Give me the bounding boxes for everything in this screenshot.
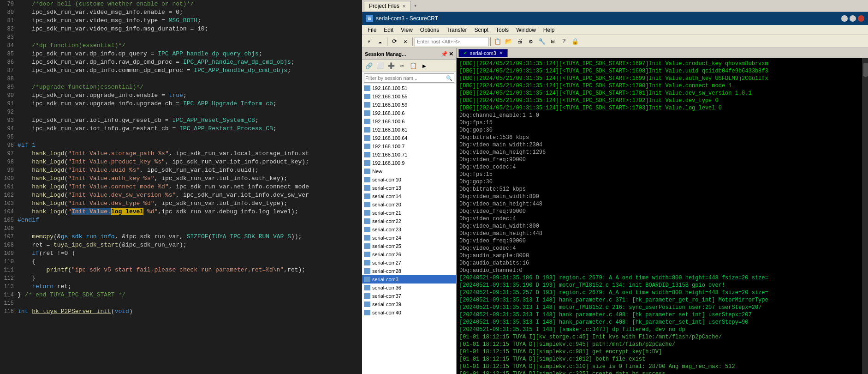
session-item[interactable]: 192.168.100.7 xyxy=(362,142,456,151)
code-line: 84 /*dp function(essential)*/ xyxy=(0,42,362,50)
line-text: if(ret !=0 ) xyxy=(18,249,75,258)
session-list[interactable]: 192.168.100.51192.168.100.55192.168.100.… xyxy=(362,84,456,374)
session-item[interactable]: serial-com14 xyxy=(362,192,456,200)
close-btn[interactable] xyxy=(858,15,864,22)
session-item[interactable]: serial-com25 xyxy=(362,242,456,250)
session-item[interactable]: serial-com24 xyxy=(362,234,456,242)
toolbar-btn-12[interactable]: 🔒 xyxy=(570,36,580,47)
session-btn-5[interactable]: 📋 xyxy=(408,61,418,71)
session-label: New xyxy=(372,169,382,174)
toolbar-btn-2[interactable]: ☁ xyxy=(375,36,385,47)
line-text: hank_logd("Init Value.connect_mode %d", … xyxy=(18,183,309,191)
menu-file[interactable]: File xyxy=(364,26,380,34)
terminal-tab-serial-com3[interactable]: ✔ serial-com3 ✕ xyxy=(458,49,508,57)
menu-help[interactable]: Help xyxy=(540,26,559,34)
session-item[interactable]: 192.168.100.71 xyxy=(362,151,456,159)
tab-close-icon[interactable]: ✕ xyxy=(402,4,406,9)
line-text: ipc_sdk_run_var.video_msg_info.enable = … xyxy=(18,8,183,17)
session-item[interactable]: 192.168.100.55 xyxy=(362,92,456,101)
session-item[interactable]: serial-com36 xyxy=(362,284,456,292)
terminal-tab-close[interactable]: ✕ xyxy=(499,50,503,55)
code-line: 97 hank_logd("Init Value.storage_path %s… xyxy=(0,150,362,158)
terminal-panel: ✔ serial-com3 ✕ [DBG][2024/05/21/09:31:3… xyxy=(457,48,868,374)
toolbar-btn-8[interactable]: ⚙ xyxy=(526,36,536,47)
session-item[interactable]: 192.168.100.6 xyxy=(362,117,456,126)
code-line: 80 ipc_sdk_run_var.video_msg_info.enable… xyxy=(0,8,362,17)
tab-dropdown[interactable]: ▾ xyxy=(411,2,420,9)
code-line: 100 hank_logd("Init Value.auth_key %s", … xyxy=(0,175,362,183)
session-item[interactable]: 192.168.100.6 xyxy=(362,109,456,117)
line-number: 115 xyxy=(0,299,18,308)
session-item[interactable]: serial-com23 xyxy=(362,225,456,234)
scrollbar-thumb[interactable] xyxy=(863,63,868,77)
session-item[interactable]: serial-com3 xyxy=(362,275,456,284)
host-input[interactable] xyxy=(415,37,488,46)
menu-edit[interactable]: Edit xyxy=(380,26,397,34)
session-search-input[interactable] xyxy=(364,75,445,81)
toolbar-btn-10[interactable]: ⊟ xyxy=(548,36,558,47)
toolbar-btn-1[interactable]: ⚡ xyxy=(364,36,374,47)
session-item[interactable]: serial-com26 xyxy=(362,250,456,259)
session-icon xyxy=(364,127,370,133)
session-btn-4[interactable]: ✂ xyxy=(397,61,407,71)
tab-project-files-label: Project Files xyxy=(369,3,399,9)
code-line: 83 xyxy=(0,33,362,42)
minimize-btn[interactable] xyxy=(841,15,848,22)
session-item[interactable]: New xyxy=(362,167,456,175)
toolbar-btn-6[interactable]: 📂 xyxy=(504,36,514,47)
session-label: serial-com10 xyxy=(372,177,401,182)
session-item[interactable]: 192.168.100.59 xyxy=(362,101,456,109)
toolbar-btn-3[interactable]: ⟳ xyxy=(389,36,399,47)
line-text: memcpy(&gs_sdk_run_info, &ipc_sdk_run_va… xyxy=(18,233,302,241)
session-item[interactable]: serial-com22 xyxy=(362,217,456,225)
toolbar-btn-5[interactable]: 📋 xyxy=(493,36,503,47)
session-manager-title: Session Manag... xyxy=(365,51,406,57)
session-item[interactable]: serial-com40 xyxy=(362,308,456,317)
session-item[interactable]: serial-com27 xyxy=(362,259,456,267)
menu-script[interactable]: Script xyxy=(470,26,492,34)
maximize-btn[interactable] xyxy=(850,15,856,22)
session-panel-pin[interactable]: 📌 xyxy=(441,51,448,57)
line-number: 113 xyxy=(0,283,18,291)
toolbar-sep-1 xyxy=(387,37,387,46)
session-item[interactable]: serial-com20 xyxy=(362,200,456,209)
session-btn-6[interactable]: ▶ xyxy=(419,61,429,71)
terminal-scrollbar[interactable] xyxy=(862,58,868,374)
toolbar-btn-9[interactable]: 🔧 xyxy=(537,36,547,47)
session-btn-2[interactable]: ⬜ xyxy=(375,61,385,71)
session-item[interactable]: serial-com10 xyxy=(362,175,456,184)
menu-view[interactable]: View xyxy=(397,26,416,34)
session-item[interactable]: 192.168.100.9 xyxy=(362,159,456,167)
line-number: 85 xyxy=(0,50,18,58)
menu-window[interactable]: Window xyxy=(512,26,540,34)
terminal-content[interactable]: [DBG][2024/05/21/09:31:35:124][<TUYA_IPC… xyxy=(457,58,862,374)
session-item[interactable]: serial-com28 xyxy=(362,267,456,275)
tab-project-files[interactable]: Project Files ✕ xyxy=(364,1,411,11)
session-panel-close[interactable]: ✕ xyxy=(449,51,453,57)
code-editor[interactable]: 79 /*door bell (custome whether enable o… xyxy=(0,0,362,374)
line-number: 84 xyxy=(0,42,18,50)
session-item[interactable]: serial-com21 xyxy=(362,209,456,217)
line-number: 104 xyxy=(0,208,18,216)
session-btn-3[interactable]: ➕ xyxy=(386,61,396,71)
session-item[interactable]: serial-com37 xyxy=(362,292,456,300)
code-line: 108 ret = tuya_ipc_sdk_start(&ipc_sdk_ru… xyxy=(0,241,362,249)
menu-transfer[interactable]: Transfer xyxy=(443,26,470,34)
session-item[interactable]: 192.168.100.51 xyxy=(362,84,456,92)
session-btn-1[interactable]: 🔗 xyxy=(364,61,374,71)
session-item[interactable]: serial-com13 xyxy=(362,184,456,192)
menu-options[interactable]: Options xyxy=(416,26,443,34)
toolbar-btn-11[interactable]: ? xyxy=(559,36,569,47)
toolbar-btn-4[interactable]: ✕ xyxy=(400,36,410,47)
session-item[interactable]: serial-com39 xyxy=(362,300,456,308)
toolbar-btn-7[interactable]: 🖨 xyxy=(515,36,525,47)
session-icon xyxy=(364,85,370,91)
session-item[interactable]: 192.168.100.61 xyxy=(362,126,456,134)
line-text: return ret; xyxy=(18,283,71,291)
session-icon xyxy=(364,210,370,216)
menu-tools[interactable]: Tools xyxy=(492,26,512,34)
session-item[interactable]: 192.168.100.64 xyxy=(362,134,456,142)
line-text: hank_logd("Init Value.storage_path %s", … xyxy=(18,150,309,158)
session-label: 192.168.100.9 xyxy=(372,160,404,166)
code-line: 101 hank_logd("Init Value.connect_mode %… xyxy=(0,183,362,191)
